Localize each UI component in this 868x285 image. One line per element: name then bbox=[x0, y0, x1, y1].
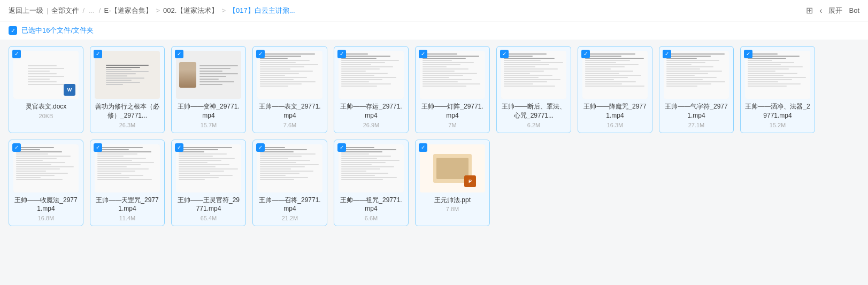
file-name: 王帅——降魔咒_29771.mp4 bbox=[582, 102, 648, 120]
file-size: 6.2M bbox=[501, 122, 566, 128]
file-checkbox[interactable] bbox=[256, 50, 265, 58]
file-grid: W 灵官表文.docx20KB 善功为修行之根本（必修）_29771...26.… bbox=[9, 46, 859, 226]
file-checkbox[interactable] bbox=[175, 50, 183, 58]
file-card[interactable]: 善功为修行之根本（必修）_29771...26.3M bbox=[90, 46, 165, 133]
file-name: 王帅——洒净、法器_29771.mp4 bbox=[745, 102, 810, 120]
file-checkbox[interactable] bbox=[419, 143, 427, 152]
file-card[interactable]: 王帅——天罡咒_29771.mp411.4M bbox=[90, 140, 165, 227]
file-name: 王帅——表文_29771.mp4 bbox=[257, 102, 322, 120]
sep5: > bbox=[221, 6, 226, 14]
file-checkbox[interactable] bbox=[256, 143, 265, 152]
file-size: 21.2M bbox=[257, 215, 322, 221]
sep2: / bbox=[82, 6, 85, 14]
file-card[interactable]: 王帅——变神_29771.mp415.7M bbox=[171, 46, 246, 133]
file-name: 灵官表文.docx bbox=[13, 102, 79, 111]
breadcrumb-1[interactable]: E-【道家合集】 bbox=[104, 6, 152, 16]
file-checkbox[interactable] bbox=[663, 50, 671, 58]
file-size: 15.7M bbox=[176, 122, 241, 128]
file-name: 王帅——断后、罩法、心咒_29771... bbox=[501, 102, 566, 120]
file-size: 6.6M bbox=[339, 215, 404, 221]
file-card[interactable]: 王帅——王灵官符_29771.mp465.4M bbox=[171, 140, 246, 227]
breadcrumb-current: 【017】白云主讲鼐... bbox=[229, 6, 295, 16]
file-name: 王帅——召将_29771.mp4 bbox=[257, 196, 322, 214]
breadcrumb: 返回上一级 | 全部文件 / ... / E-【道家合集】 > 002.【道家法… bbox=[9, 6, 295, 16]
file-name: 王元帅法.ppt bbox=[420, 196, 485, 205]
file-name: 王帅——气字符_29771.mp4 bbox=[664, 102, 729, 120]
file-checkbox[interactable] bbox=[337, 50, 346, 58]
file-card[interactable]: 王帅——灯阵_29771.mp47M bbox=[415, 46, 490, 133]
file-card[interactable]: 王帅——断后、罩法、心咒_29771...6.2M bbox=[496, 46, 571, 133]
sep1: | bbox=[47, 6, 48, 14]
file-name: 王帅——灯阵_29771.mp4 bbox=[420, 102, 485, 120]
file-name: 善功为修行之根本（必修）_29771... bbox=[95, 102, 160, 120]
breadcrumb-2[interactable]: 002.【道家法术】 bbox=[163, 6, 218, 16]
file-checkbox[interactable] bbox=[581, 50, 590, 58]
topbar-actions: ⊞ ‹ 展开 Bot bbox=[806, 5, 859, 16]
sep4: > bbox=[156, 6, 160, 14]
sort-icon[interactable]: ⊞ bbox=[806, 5, 813, 16]
file-size: 26.3M bbox=[95, 122, 160, 128]
file-checkbox[interactable] bbox=[175, 143, 183, 152]
file-card[interactable]: 王帅——降魔咒_29771.mp416.3M bbox=[578, 46, 652, 133]
file-size: 16.8M bbox=[13, 215, 79, 221]
file-card[interactable]: 王帅——洒净、法器_29771.mp415.2M bbox=[740, 46, 815, 133]
file-checkbox[interactable] bbox=[94, 50, 102, 58]
file-checkbox[interactable] bbox=[94, 143, 102, 152]
select-all-checkbox[interactable] bbox=[9, 26, 17, 35]
file-name: 王帅——王灵官符_29771.mp4 bbox=[176, 196, 241, 214]
back-button[interactable]: 返回上一级 bbox=[9, 6, 43, 16]
file-card[interactable]: W 灵官表文.docx20KB bbox=[9, 46, 83, 133]
file-name: 王帅——存运_29771.mp4 bbox=[339, 102, 404, 120]
file-checkbox[interactable] bbox=[337, 143, 346, 152]
file-card[interactable]: 王帅——气字符_29771.mp427.1M bbox=[659, 46, 734, 133]
file-checkbox[interactable] bbox=[500, 50, 509, 58]
file-size: 15.2M bbox=[745, 122, 810, 128]
breadcrumb-all-files[interactable]: 全部文件 bbox=[51, 6, 79, 16]
file-size: 11.4M bbox=[95, 215, 160, 221]
file-name: 王帅——祖咒_29771.mp4 bbox=[339, 196, 404, 214]
file-card[interactable]: 王帅——祖咒_29771.mp46.6M bbox=[334, 140, 409, 227]
file-card[interactable]: 王帅——表文_29771.mp47.6M bbox=[252, 46, 327, 133]
file-checkbox[interactable] bbox=[744, 50, 752, 58]
file-size: 27.1M bbox=[664, 122, 729, 128]
file-name: 王帅——收魔法_29771.mp4 bbox=[13, 196, 79, 214]
file-size: 7M bbox=[420, 122, 485, 128]
ellipsis: ... bbox=[89, 6, 95, 14]
file-size: 7.6M bbox=[257, 122, 322, 128]
expand-label: 展开 bbox=[828, 6, 842, 16]
file-checkbox[interactable] bbox=[419, 50, 427, 58]
expand-button[interactable]: 展开 bbox=[828, 6, 842, 16]
selection-count: 已选中16个文件/文件夹 bbox=[21, 26, 94, 35]
topbar: 返回上一级 | 全部文件 / ... / E-【道家合集】 > 002.【道家法… bbox=[0, 0, 868, 21]
chevron-left-icon[interactable]: ‹ bbox=[819, 6, 822, 16]
file-size: 16.3M bbox=[582, 122, 648, 128]
file-size: 7.8M bbox=[420, 206, 485, 212]
selection-bar: 已选中16个文件/文件夹 bbox=[0, 21, 868, 40]
file-checkbox[interactable] bbox=[12, 143, 21, 152]
file-checkbox[interactable] bbox=[12, 50, 21, 58]
file-card[interactable]: P 王元帅法.ppt7.8M bbox=[415, 140, 490, 227]
sep3: / bbox=[99, 6, 101, 14]
file-grid-container: W 灵官表文.docx20KB 善功为修行之根本（必修）_29771...26.… bbox=[0, 40, 868, 233]
file-size: 65.4M bbox=[176, 215, 241, 221]
bot-label: Bot bbox=[849, 6, 859, 14]
file-name: 王帅——天罡咒_29771.mp4 bbox=[95, 196, 160, 214]
file-size: 20KB bbox=[13, 113, 79, 119]
file-card[interactable]: 王帅——收魔法_29771.mp416.8M bbox=[9, 140, 83, 227]
file-card[interactable]: 王帅——召将_29771.mp421.2M bbox=[252, 140, 327, 227]
file-name: 王帅——变神_29771.mp4 bbox=[176, 102, 241, 120]
file-size: 26.9M bbox=[339, 122, 404, 128]
file-card[interactable]: 王帅——存运_29771.mp426.9M bbox=[334, 46, 409, 133]
